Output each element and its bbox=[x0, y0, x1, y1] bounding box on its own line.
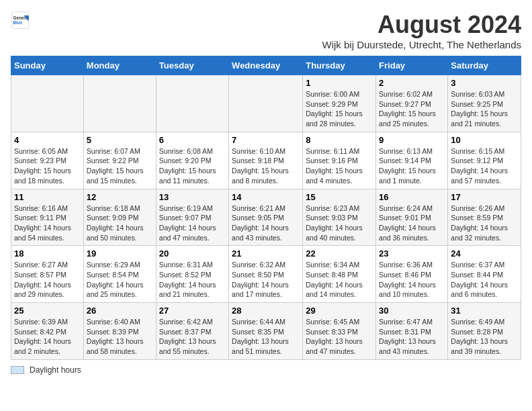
day-info: Sunrise: 6:49 AMSunset: 8:28 PMDaylight:… bbox=[451, 317, 518, 357]
calendar-cell: 19Sunrise: 6:29 AMSunset: 8:54 PMDayligh… bbox=[83, 246, 156, 303]
calendar-cell: 28Sunrise: 6:44 AMSunset: 8:35 PMDayligh… bbox=[229, 303, 303, 360]
calendar-cell: 14Sunrise: 6:21 AMSunset: 9:05 PMDayligh… bbox=[229, 189, 303, 246]
legend: Daylight hours bbox=[11, 365, 521, 375]
day-number: 21 bbox=[232, 248, 300, 259]
day-info: Sunrise: 6:40 AMSunset: 8:39 PMDaylight:… bbox=[87, 317, 153, 357]
calendar-cell: 25Sunrise: 6:39 AMSunset: 8:42 PMDayligh… bbox=[11, 303, 84, 360]
calendar-cell: 3Sunrise: 6:03 AMSunset: 9:25 PMDaylight… bbox=[448, 75, 521, 132]
day-number: 1 bbox=[306, 78, 373, 88]
day-number: 30 bbox=[379, 306, 445, 316]
calendar-cell: 11Sunrise: 6:16 AMSunset: 9:11 PMDayligh… bbox=[11, 189, 84, 246]
day-info: Sunrise: 6:05 AMSunset: 9:23 PMDaylight:… bbox=[14, 146, 81, 186]
day-info: Sunrise: 6:39 AMSunset: 8:42 PMDaylight:… bbox=[14, 317, 81, 357]
day-info: Sunrise: 6:44 AMSunset: 8:35 PMDaylight:… bbox=[232, 317, 300, 357]
day-number: 20 bbox=[159, 248, 226, 259]
col-thursday: Thursday bbox=[303, 56, 376, 75]
logo: General Blue bbox=[11, 11, 30, 30]
day-number: 6 bbox=[159, 135, 226, 145]
col-sunday: Sunday bbox=[11, 56, 84, 75]
calendar-week-4: 18Sunrise: 6:27 AMSunset: 8:57 PMDayligh… bbox=[11, 246, 521, 303]
day-number: 28 bbox=[232, 306, 300, 316]
day-number: 10 bbox=[451, 135, 518, 145]
calendar-week-2: 4Sunrise: 6:05 AMSunset: 9:23 PMDaylight… bbox=[11, 132, 521, 189]
day-info: Sunrise: 6:37 AMSunset: 8:44 PMDaylight:… bbox=[451, 260, 518, 300]
day-number: 15 bbox=[306, 192, 373, 202]
day-info: Sunrise: 6:27 AMSunset: 8:57 PMDaylight:… bbox=[14, 260, 81, 300]
calendar-cell: 23Sunrise: 6:36 AMSunset: 8:46 PMDayligh… bbox=[376, 246, 448, 303]
col-monday: Monday bbox=[83, 56, 156, 75]
calendar-cell: 17Sunrise: 6:26 AMSunset: 8:59 PMDayligh… bbox=[448, 189, 521, 246]
calendar-cell bbox=[156, 75, 228, 132]
day-number: 18 bbox=[14, 248, 81, 259]
logo-icon: General Blue bbox=[11, 11, 30, 30]
calendar-cell: 10Sunrise: 6:15 AMSunset: 9:12 PMDayligh… bbox=[448, 132, 521, 189]
day-number: 12 bbox=[87, 192, 153, 202]
day-number: 22 bbox=[306, 248, 373, 259]
day-number: 26 bbox=[87, 306, 153, 316]
calendar-cell: 8Sunrise: 6:11 AMSunset: 9:16 PMDaylight… bbox=[303, 132, 376, 189]
col-wednesday: Wednesday bbox=[229, 56, 303, 75]
header-row: Sunday Monday Tuesday Wednesday Thursday… bbox=[11, 56, 521, 75]
day-info: Sunrise: 6:15 AMSunset: 9:12 PMDaylight:… bbox=[451, 146, 518, 186]
day-number: 5 bbox=[87, 135, 153, 145]
day-number: 19 bbox=[87, 248, 153, 259]
calendar-cell: 21Sunrise: 6:32 AMSunset: 8:50 PMDayligh… bbox=[229, 246, 303, 303]
day-info: Sunrise: 6:29 AMSunset: 8:54 PMDaylight:… bbox=[87, 260, 153, 300]
day-number: 11 bbox=[14, 192, 81, 202]
calendar-cell: 30Sunrise: 6:47 AMSunset: 8:31 PMDayligh… bbox=[376, 303, 448, 360]
calendar-cell: 27Sunrise: 6:42 AMSunset: 8:37 PMDayligh… bbox=[156, 303, 228, 360]
day-info: Sunrise: 6:00 AMSunset: 9:29 PMDaylight:… bbox=[306, 89, 373, 129]
day-number: 24 bbox=[451, 248, 518, 259]
day-info: Sunrise: 6:21 AMSunset: 9:05 PMDaylight:… bbox=[232, 203, 300, 243]
day-info: Sunrise: 6:34 AMSunset: 8:48 PMDaylight:… bbox=[306, 260, 373, 300]
day-info: Sunrise: 6:07 AMSunset: 9:22 PMDaylight:… bbox=[87, 146, 153, 186]
calendar-cell: 24Sunrise: 6:37 AMSunset: 8:44 PMDayligh… bbox=[448, 246, 521, 303]
calendar-cell: 15Sunrise: 6:23 AMSunset: 9:03 PMDayligh… bbox=[303, 189, 376, 246]
calendar-week-3: 11Sunrise: 6:16 AMSunset: 9:11 PMDayligh… bbox=[11, 189, 521, 246]
day-info: Sunrise: 6:02 AMSunset: 9:27 PMDaylight:… bbox=[379, 89, 445, 129]
calendar-cell: 4Sunrise: 6:05 AMSunset: 9:23 PMDaylight… bbox=[11, 132, 84, 189]
header: General Blue August 2024 Wijk bij Duurst… bbox=[11, 11, 521, 50]
title-area: August 2024 Wijk bij Duurstede, Utrecht,… bbox=[322, 11, 521, 50]
day-info: Sunrise: 6:45 AMSunset: 8:33 PMDaylight:… bbox=[306, 317, 373, 357]
calendar-cell bbox=[83, 75, 156, 132]
day-info: Sunrise: 6:16 AMSunset: 9:11 PMDaylight:… bbox=[14, 203, 81, 243]
calendar-cell: 20Sunrise: 6:31 AMSunset: 8:52 PMDayligh… bbox=[156, 246, 228, 303]
day-info: Sunrise: 6:08 AMSunset: 9:20 PMDaylight:… bbox=[159, 146, 226, 186]
calendar-week-1: 1Sunrise: 6:00 AMSunset: 9:29 PMDaylight… bbox=[11, 75, 521, 132]
day-info: Sunrise: 6:11 AMSunset: 9:16 PMDaylight:… bbox=[306, 146, 373, 186]
calendar-cell: 13Sunrise: 6:19 AMSunset: 9:07 PMDayligh… bbox=[156, 189, 228, 246]
day-info: Sunrise: 6:36 AMSunset: 8:46 PMDaylight:… bbox=[379, 260, 445, 300]
day-number: 23 bbox=[379, 248, 445, 259]
day-number: 7 bbox=[232, 135, 300, 145]
col-saturday: Saturday bbox=[448, 56, 521, 75]
calendar-cell: 5Sunrise: 6:07 AMSunset: 9:22 PMDaylight… bbox=[83, 132, 156, 189]
calendar-cell bbox=[11, 75, 84, 132]
col-friday: Friday bbox=[376, 56, 448, 75]
calendar-cell: 7Sunrise: 6:10 AMSunset: 9:18 PMDaylight… bbox=[229, 132, 303, 189]
day-number: 31 bbox=[451, 306, 518, 316]
day-number: 14 bbox=[232, 192, 300, 202]
month-year-title: August 2024 bbox=[322, 11, 521, 39]
calendar-week-5: 25Sunrise: 6:39 AMSunset: 8:42 PMDayligh… bbox=[11, 303, 521, 360]
day-info: Sunrise: 6:24 AMSunset: 9:01 PMDaylight:… bbox=[379, 203, 445, 243]
day-number: 16 bbox=[379, 192, 445, 202]
day-info: Sunrise: 6:31 AMSunset: 8:52 PMDaylight:… bbox=[159, 260, 226, 300]
day-number: 8 bbox=[306, 135, 373, 145]
day-number: 9 bbox=[379, 135, 445, 145]
day-info: Sunrise: 6:47 AMSunset: 8:31 PMDaylight:… bbox=[379, 317, 445, 357]
calendar-cell: 12Sunrise: 6:18 AMSunset: 9:09 PMDayligh… bbox=[83, 189, 156, 246]
day-number: 29 bbox=[306, 306, 373, 316]
calendar-cell: 29Sunrise: 6:45 AMSunset: 8:33 PMDayligh… bbox=[303, 303, 376, 360]
calendar-cell: 2Sunrise: 6:02 AMSunset: 9:27 PMDaylight… bbox=[376, 75, 448, 132]
day-number: 2 bbox=[379, 78, 445, 88]
calendar-cell: 9Sunrise: 6:13 AMSunset: 9:14 PMDaylight… bbox=[376, 132, 448, 189]
col-tuesday: Tuesday bbox=[156, 56, 228, 75]
calendar-cell: 6Sunrise: 6:08 AMSunset: 9:20 PMDaylight… bbox=[156, 132, 228, 189]
day-number: 25 bbox=[14, 306, 81, 316]
calendar-cell: 26Sunrise: 6:40 AMSunset: 8:39 PMDayligh… bbox=[83, 303, 156, 360]
svg-text:Blue: Blue bbox=[13, 20, 23, 25]
calendar-cell: 31Sunrise: 6:49 AMSunset: 8:28 PMDayligh… bbox=[448, 303, 521, 360]
day-info: Sunrise: 6:26 AMSunset: 8:59 PMDaylight:… bbox=[451, 203, 518, 243]
location-subtitle: Wijk bij Duurstede, Utrecht, The Netherl… bbox=[322, 39, 521, 50]
